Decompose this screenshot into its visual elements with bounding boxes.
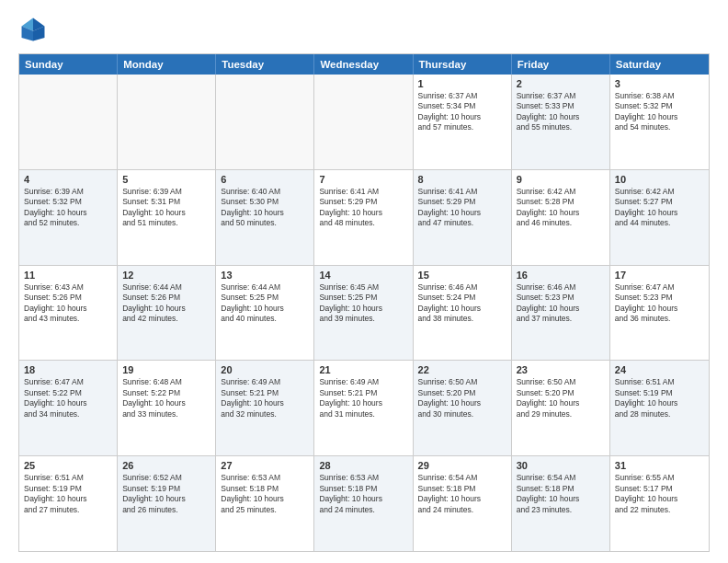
- cell-info: Sunrise: 6:54 AM Sunset: 5:18 PM Dayligh…: [517, 473, 605, 515]
- calendar-cell: 28Sunrise: 6:53 AM Sunset: 5:18 PM Dayli…: [314, 456, 413, 551]
- cell-info: Sunrise: 6:50 AM Sunset: 5:20 PM Dayligh…: [517, 377, 605, 419]
- calendar-cell: 13Sunrise: 6:44 AM Sunset: 5:25 PM Dayli…: [216, 266, 314, 361]
- calendar-week-row: 1Sunrise: 6:37 AM Sunset: 5:34 PM Daylig…: [19, 75, 709, 170]
- cell-info: Sunrise: 6:47 AM Sunset: 5:23 PM Dayligh…: [615, 282, 704, 325]
- cell-info: Sunrise: 6:41 AM Sunset: 5:29 PM Dayligh…: [418, 187, 506, 229]
- cell-info: Sunrise: 6:49 AM Sunset: 5:21 PM Dayligh…: [221, 377, 309, 419]
- day-number: 14: [319, 270, 407, 281]
- calendar-cell: 9Sunrise: 6:42 AM Sunset: 5:28 PM Daylig…: [512, 170, 610, 265]
- calendar-cell: 26Sunrise: 6:52 AM Sunset: 5:19 PM Dayli…: [118, 456, 216, 551]
- calendar-cell: 14Sunrise: 6:45 AM Sunset: 5:25 PM Dayli…: [314, 266, 413, 361]
- calendar-cell: 8Sunrise: 6:41 AM Sunset: 5:29 PM Daylig…: [414, 170, 512, 265]
- day-number: 25: [24, 460, 112, 471]
- day-number: 16: [517, 270, 605, 281]
- cell-info: Sunrise: 6:37 AM Sunset: 5:33 PM Dayligh…: [517, 91, 605, 133]
- calendar-cell: 5Sunrise: 6:39 AM Sunset: 5:31 PM Daylig…: [118, 170, 216, 265]
- cell-info: Sunrise: 6:38 AM Sunset: 5:32 PM Dayligh…: [615, 91, 704, 133]
- calendar-cell: 25Sunrise: 6:51 AM Sunset: 5:19 PM Dayli…: [19, 456, 118, 551]
- day-number: 22: [418, 364, 506, 375]
- calendar-header-cell: Saturday: [610, 54, 709, 75]
- calendar-cell: 21Sunrise: 6:49 AM Sunset: 5:21 PM Dayli…: [314, 361, 413, 455]
- day-number: 20: [221, 364, 309, 375]
- calendar-cell: 20Sunrise: 6:49 AM Sunset: 5:21 PM Dayli…: [216, 361, 314, 455]
- calendar-week-row: 4Sunrise: 6:39 AM Sunset: 5:32 PM Daylig…: [19, 170, 709, 266]
- calendar-header-cell: Tuesday: [216, 54, 314, 75]
- calendar-cell: 18Sunrise: 6:47 AM Sunset: 5:22 PM Dayli…: [19, 361, 118, 455]
- calendar-cell: 17Sunrise: 6:47 AM Sunset: 5:23 PM Dayli…: [610, 266, 709, 361]
- logo-icon: [18, 15, 48, 44]
- cell-info: Sunrise: 6:52 AM Sunset: 5:19 PM Dayligh…: [122, 473, 210, 515]
- cell-info: Sunrise: 6:44 AM Sunset: 5:26 PM Dayligh…: [122, 282, 210, 325]
- calendar: SundayMondayTuesdayWednesdayThursdayFrid…: [18, 53, 710, 552]
- calendar-cell: 12Sunrise: 6:44 AM Sunset: 5:26 PM Dayli…: [118, 266, 216, 361]
- calendar-week-row: 18Sunrise: 6:47 AM Sunset: 5:22 PM Dayli…: [19, 361, 709, 456]
- calendar-cell: 6Sunrise: 6:40 AM Sunset: 5:30 PM Daylig…: [216, 170, 314, 265]
- cell-info: Sunrise: 6:43 AM Sunset: 5:26 PM Dayligh…: [24, 282, 112, 325]
- cell-info: Sunrise: 6:37 AM Sunset: 5:34 PM Dayligh…: [418, 91, 506, 133]
- day-number: 8: [418, 174, 506, 185]
- day-number: 30: [517, 460, 605, 471]
- cell-info: Sunrise: 6:39 AM Sunset: 5:32 PM Dayligh…: [24, 187, 112, 229]
- calendar-header-cell: Thursday: [414, 54, 512, 75]
- day-number: 31: [615, 460, 704, 471]
- logo: [18, 15, 51, 44]
- calendar-cell: 30Sunrise: 6:54 AM Sunset: 5:18 PM Dayli…: [512, 456, 610, 551]
- cell-info: Sunrise: 6:51 AM Sunset: 5:19 PM Dayligh…: [615, 377, 704, 419]
- calendar-cell: 4Sunrise: 6:39 AM Sunset: 5:32 PM Daylig…: [19, 170, 118, 265]
- day-number: 10: [615, 174, 704, 185]
- cell-info: Sunrise: 6:45 AM Sunset: 5:25 PM Dayligh…: [319, 282, 407, 325]
- day-number: 19: [122, 364, 210, 375]
- calendar-cell: 7Sunrise: 6:41 AM Sunset: 5:29 PM Daylig…: [314, 170, 413, 265]
- calendar-cell: 19Sunrise: 6:48 AM Sunset: 5:22 PM Dayli…: [118, 361, 216, 455]
- calendar-cell: 16Sunrise: 6:46 AM Sunset: 5:23 PM Dayli…: [512, 266, 610, 361]
- cell-info: Sunrise: 6:50 AM Sunset: 5:20 PM Dayligh…: [418, 377, 506, 419]
- calendar-week-row: 11Sunrise: 6:43 AM Sunset: 5:26 PM Dayli…: [19, 266, 709, 362]
- cell-info: Sunrise: 6:40 AM Sunset: 5:30 PM Dayligh…: [221, 187, 309, 229]
- calendar-header: SundayMondayTuesdayWednesdayThursdayFrid…: [19, 54, 709, 75]
- calendar-cell: 10Sunrise: 6:42 AM Sunset: 5:27 PM Dayli…: [610, 170, 709, 265]
- cell-info: Sunrise: 6:42 AM Sunset: 5:28 PM Dayligh…: [517, 187, 605, 229]
- cell-info: Sunrise: 6:46 AM Sunset: 5:23 PM Dayligh…: [517, 282, 605, 325]
- day-number: 13: [221, 270, 309, 281]
- calendar-cell: 22Sunrise: 6:50 AM Sunset: 5:20 PM Dayli…: [414, 361, 512, 455]
- page: SundayMondayTuesdayWednesdayThursdayFrid…: [0, 0, 728, 563]
- calendar-cell: [19, 75, 118, 169]
- calendar-cell: 27Sunrise: 6:53 AM Sunset: 5:18 PM Dayli…: [216, 456, 314, 551]
- day-number: 29: [418, 460, 506, 471]
- cell-info: Sunrise: 6:44 AM Sunset: 5:25 PM Dayligh…: [221, 282, 309, 325]
- cell-info: Sunrise: 6:47 AM Sunset: 5:22 PM Dayligh…: [24, 377, 112, 419]
- calendar-cell: 24Sunrise: 6:51 AM Sunset: 5:19 PM Dayli…: [610, 361, 709, 455]
- calendar-header-cell: Wednesday: [314, 54, 413, 75]
- day-number: 15: [418, 270, 506, 281]
- day-number: 4: [24, 174, 112, 185]
- cell-info: Sunrise: 6:39 AM Sunset: 5:31 PM Dayligh…: [122, 187, 210, 229]
- day-number: 6: [221, 174, 309, 185]
- calendar-cell: 2Sunrise: 6:37 AM Sunset: 5:33 PM Daylig…: [512, 75, 610, 169]
- day-number: 3: [615, 78, 704, 89]
- calendar-cell: 11Sunrise: 6:43 AM Sunset: 5:26 PM Dayli…: [19, 266, 118, 361]
- day-number: 18: [24, 364, 112, 375]
- day-number: 17: [615, 270, 704, 281]
- calendar-cell: 29Sunrise: 6:54 AM Sunset: 5:18 PM Dayli…: [414, 456, 512, 551]
- day-number: 28: [319, 460, 407, 471]
- day-number: 5: [122, 174, 210, 185]
- cell-info: Sunrise: 6:53 AM Sunset: 5:18 PM Dayligh…: [221, 473, 309, 515]
- cell-info: Sunrise: 6:48 AM Sunset: 5:22 PM Dayligh…: [122, 377, 210, 419]
- cell-info: Sunrise: 6:46 AM Sunset: 5:24 PM Dayligh…: [418, 282, 506, 325]
- calendar-header-cell: Monday: [118, 54, 216, 75]
- calendar-body: 1Sunrise: 6:37 AM Sunset: 5:34 PM Daylig…: [19, 75, 709, 551]
- calendar-cell: [118, 75, 216, 169]
- header: [18, 15, 710, 44]
- calendar-week-row: 25Sunrise: 6:51 AM Sunset: 5:19 PM Dayli…: [19, 456, 709, 551]
- cell-info: Sunrise: 6:42 AM Sunset: 5:27 PM Dayligh…: [615, 187, 704, 229]
- day-number: 7: [319, 174, 407, 185]
- calendar-cell: 15Sunrise: 6:46 AM Sunset: 5:24 PM Dayli…: [414, 266, 512, 361]
- calendar-header-cell: Sunday: [19, 54, 118, 75]
- day-number: 9: [517, 174, 605, 185]
- day-number: 2: [517, 78, 605, 89]
- day-number: 23: [517, 364, 605, 375]
- cell-info: Sunrise: 6:49 AM Sunset: 5:21 PM Dayligh…: [319, 377, 407, 419]
- day-number: 21: [319, 364, 407, 375]
- calendar-cell: 3Sunrise: 6:38 AM Sunset: 5:32 PM Daylig…: [610, 75, 709, 169]
- day-number: 11: [24, 270, 112, 281]
